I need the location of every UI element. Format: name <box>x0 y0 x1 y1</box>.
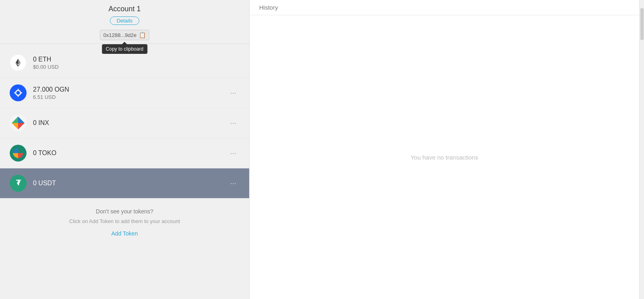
right-panel: History You have no transactions <box>250 0 639 299</box>
inx-menu-icon[interactable]: ··· <box>227 117 239 129</box>
inx-amount: 0 INX <box>33 119 227 127</box>
inx-token-info: 0 INX <box>33 119 227 127</box>
eth-token-info: 0 ETH $0.00 USD <box>33 56 239 70</box>
footer-title: Don't see your tokens? <box>69 208 180 215</box>
account-header: Account 1 Details 0x1288...9d2e 📋 Copy t… <box>0 0 249 44</box>
usdt-menu-icon[interactable]: ··· <box>227 178 239 189</box>
address-text: 0x1288...9d2e <box>103 32 136 38</box>
inx-icon <box>10 115 27 131</box>
ogn-menu-icon[interactable]: ··· <box>227 87 239 99</box>
token-list: 0 ETH $0.00 USD 27.000 OGN 6.51 USD <box>0 48 249 199</box>
history-empty-message: You have no transactions <box>250 15 639 299</box>
token-footer: Don't see your tokens? Click on Add Toke… <box>63 199 186 244</box>
scrollbar-track[interactable] <box>639 0 644 299</box>
token-item-inx[interactable]: 0 INX ··· <box>0 108 249 138</box>
token-item-usdt[interactable]: ₮ 0 USDT ··· <box>0 168 249 199</box>
address-badge: 0x1288...9d2e 📋 <box>100 30 149 40</box>
eth-usd: $0.00 USD <box>33 64 239 70</box>
add-token-link[interactable]: Add Token <box>111 230 138 237</box>
copy-tooltip: Copy to clipboard <box>102 44 147 54</box>
history-tab[interactable]: History <box>250 0 639 15</box>
ogn-amount: 27.000 OGN <box>33 86 227 93</box>
usdt-amount: 0 USDT <box>33 180 227 187</box>
eth-amount: 0 ETH <box>33 56 239 63</box>
token-item-toko[interactable]: 0 TOKO ··· <box>0 138 249 168</box>
toko-menu-icon[interactable]: ··· <box>227 147 239 159</box>
eth-icon <box>10 54 27 71</box>
footer-description: Click on Add Token to add them to your a… <box>69 218 180 225</box>
usdt-icon: ₮ <box>10 175 27 192</box>
toko-icon <box>10 145 27 162</box>
token-item-ogn[interactable]: 27.000 OGN 6.51 USD ··· <box>0 78 249 108</box>
usdt-token-info: 0 USDT <box>33 180 227 187</box>
details-button[interactable]: Details <box>110 16 140 25</box>
copy-icon[interactable]: 📋 <box>139 32 146 38</box>
scrollbar-thumb[interactable] <box>640 8 644 40</box>
ogn-usd: 6.51 USD <box>33 94 227 100</box>
toko-token-info: 0 TOKO <box>33 150 227 157</box>
left-panel: Account 1 Details 0x1288...9d2e 📋 Copy t… <box>0 0 250 299</box>
ogn-icon <box>10 84 27 101</box>
account-title: Account 1 <box>0 5 249 13</box>
address-section: 0x1288...9d2e 📋 Copy to clipboard <box>0 30 249 40</box>
toko-amount: 0 TOKO <box>33 150 227 157</box>
ogn-token-info: 27.000 OGN 6.51 USD <box>33 86 227 100</box>
